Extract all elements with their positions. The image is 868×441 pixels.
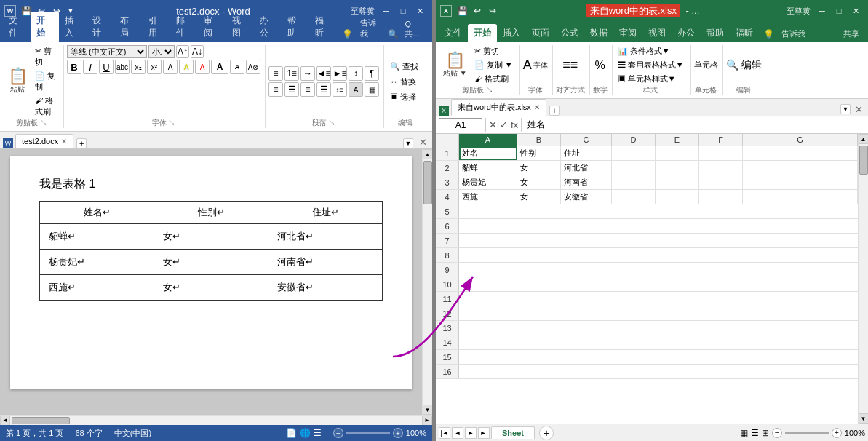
formula-cancel-icon[interactable]: ✕	[489, 119, 497, 130]
excel-undo-icon[interactable]: ↩	[471, 4, 484, 17]
excel-copy-button[interactable]: 📄 复制 ▼	[472, 59, 515, 71]
font-color-btn[interactable]: A	[195, 60, 210, 74]
cell-E3[interactable]	[656, 175, 699, 189]
sort-btn[interactable]: ↕	[349, 66, 363, 81]
excel-scroll-thumb[interactable]	[859, 146, 868, 175]
cell-D4[interactable]	[612, 190, 656, 204]
excel-zoom-in-btn[interactable]: +	[832, 428, 842, 438]
sheet-nav-last[interactable]: ►|	[478, 427, 490, 439]
excel-view-layout[interactable]: ☰	[751, 428, 759, 438]
maximize-btn-excel[interactable]: □	[831, 3, 847, 19]
cell-B2[interactable]: 女	[517, 161, 561, 175]
cell-D2[interactable]	[612, 161, 656, 175]
word-tab-lightbulb[interactable]: 💡	[338, 26, 357, 42]
excel-cells-icon[interactable]: 单元格	[694, 60, 718, 71]
word-zoom-out-btn[interactable]: −	[333, 428, 343, 438]
excel-tab-data[interactable]: 数据	[584, 24, 613, 42]
font-size-a-small[interactable]: A	[230, 60, 244, 74]
scroll-thumb[interactable]	[423, 161, 432, 204]
excel-zoom-slider[interactable]	[785, 432, 829, 434]
excel-redo-icon[interactable]: ↪	[486, 4, 499, 17]
replace-btn[interactable]: ↔ 替换	[387, 75, 423, 89]
border-btn[interactable]: ▦	[365, 82, 379, 97]
word-tab-office[interactable]: 办公	[254, 12, 282, 42]
numbering-btn[interactable]: 1≡	[284, 66, 299, 81]
excel-tab-insert[interactable]: 插入	[497, 24, 526, 42]
word-tab-file[interactable]: 文件	[3, 12, 31, 42]
excel-view-pagebreak[interactable]: ⊞	[762, 428, 769, 438]
excel-tab-file[interactable]: 文件	[439, 24, 468, 42]
align-center-btn[interactable]: ☰	[284, 82, 299, 97]
sheet-nav-next[interactable]: ►	[465, 427, 477, 439]
excel-scroll-down[interactable]: ▼	[859, 413, 869, 424]
superscript-button[interactable]: x²	[147, 60, 162, 74]
font-size-a-big[interactable]: A	[211, 60, 228, 74]
word-view-web[interactable]: 🌐	[300, 428, 311, 438]
decrease-indent-btn[interactable]: ◄≡	[316, 66, 331, 81]
excel-tab-plus[interactable]: +	[549, 106, 560, 116]
word-zoom-slider[interactable]	[346, 432, 390, 434]
scroll-down-arrow[interactable]: ▼	[423, 405, 433, 415]
line-spacing-btn[interactable]: ↕≡	[333, 82, 347, 97]
font-name-select[interactable]: 等线 (中文正文)	[67, 45, 147, 58]
subscript-button[interactable]: x₂	[131, 60, 146, 74]
word-vscrollbar[interactable]: ▲ ▼	[422, 149, 432, 415]
excel-paste-button[interactable]: 📋 粘贴 ▼	[440, 45, 470, 85]
strikethrough-button[interactable]: abc	[115, 60, 130, 74]
close-btn-excel[interactable]: ✕	[848, 3, 864, 19]
excel-table-format-btn[interactable]: ☰ 套用表格格式▼	[616, 59, 686, 71]
increase-indent-btn[interactable]: ►≡	[333, 66, 347, 81]
word-view-print[interactable]: 📄	[286, 428, 297, 438]
excel-tab-formula[interactable]: 公式	[555, 24, 584, 42]
paste-button[interactable]: 📋 粘贴	[4, 45, 31, 118]
word-tab-foxit[interactable]: 福昕	[309, 12, 337, 42]
excel-cut-button[interactable]: ✂ 剪切	[472, 45, 515, 57]
excel-scroll-up[interactable]: ▲	[859, 134, 869, 144]
bullets-btn[interactable]: ≡	[268, 66, 283, 81]
col-header-A[interactable]: A	[459, 134, 517, 146]
col-header-B[interactable]: B	[517, 134, 561, 146]
font-size-select[interactable]: 小二	[148, 45, 175, 58]
word-tab-design[interactable]: 设计	[87, 12, 114, 42]
excel-save-icon[interactable]: 💾	[455, 4, 469, 17]
excel-grid-body[interactable]: 1 姓名 性别 住址 2 貂蝉 女	[436, 146, 858, 424]
excel-tab-foxit[interactable]: 福昕	[730, 24, 759, 42]
cell-A4[interactable]: 西施	[459, 190, 517, 204]
excel-zoom-out-btn[interactable]: −	[772, 428, 782, 438]
word-tab-home[interactable]: 开始	[31, 12, 58, 42]
excel-edit-icon[interactable]: 🔍 编辑	[726, 59, 762, 72]
align-right-btn[interactable]: ≡	[300, 82, 315, 97]
word-tab-help[interactable]: 帮助	[282, 12, 309, 42]
excel-tab-pagelayout[interactable]: 页面	[526, 24, 555, 42]
excel-vscrollbar[interactable]: ▲ ▼	[858, 134, 868, 424]
cell-E4[interactable]	[656, 190, 699, 204]
cell-B1[interactable]: 性别	[517, 146, 561, 160]
minimize-btn-excel[interactable]: ─	[814, 3, 830, 19]
formula-confirm-icon[interactable]: ✓	[500, 119, 508, 130]
excel-tabbar-scroll-left[interactable]: ▼	[840, 104, 851, 114]
cell-A3[interactable]: 杨贵妃	[459, 175, 517, 189]
cell-G2[interactable]	[743, 161, 858, 175]
excel-tab-review[interactable]: 审阅	[613, 24, 642, 42]
find-btn[interactable]: 🔍 查找	[387, 60, 423, 74]
word-tab-layout[interactable]: 布局	[114, 12, 142, 42]
cell-A2[interactable]: 貂蝉	[459, 161, 517, 175]
scroll-left-arrow[interactable]: ◄	[0, 416, 10, 426]
shading-btn[interactable]: A	[349, 82, 363, 97]
cell-F1[interactable]	[699, 146, 743, 160]
formula-input[interactable]	[525, 118, 865, 132]
cell-E2[interactable]	[656, 161, 699, 175]
formula-insert-fn-icon[interactable]: fx	[511, 119, 518, 130]
decrease-font-btn[interactable]: A↓	[191, 45, 204, 58]
excel-tab-home[interactable]: 开始	[468, 24, 497, 42]
word-tab-review[interactable]: 审阅	[198, 12, 226, 42]
justify-btn[interactable]: ☰	[316, 82, 331, 97]
col-header-C[interactable]: C	[561, 134, 612, 146]
copy-button[interactable]: 📄 复制	[33, 70, 59, 93]
cell-F2[interactable]	[699, 161, 743, 175]
excel-tab-view[interactable]: 视图	[642, 24, 672, 42]
clear-format-btn[interactable]: A⊗	[246, 60, 260, 74]
col-header-D[interactable]: D	[612, 134, 656, 146]
cell-B4[interactable]: 女	[517, 190, 561, 204]
excel-cell-styles-btn[interactable]: ▣ 单元格样式▼	[616, 73, 686, 85]
